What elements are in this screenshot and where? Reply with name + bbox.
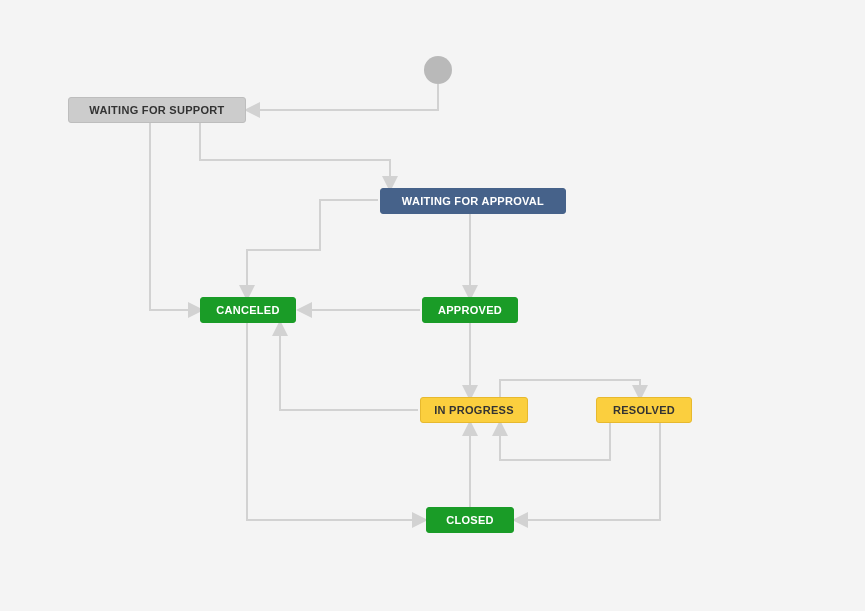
- state-label: IN PROGRESS: [434, 404, 514, 416]
- state-label: RESOLVED: [613, 404, 675, 416]
- state-label: CANCELED: [216, 304, 280, 316]
- state-waiting-for-support[interactable]: WAITING FOR SUPPORT: [68, 97, 246, 123]
- state-waiting-for-approval[interactable]: WAITING FOR APPROVAL: [380, 188, 566, 214]
- state-canceled[interactable]: CANCELED: [200, 297, 296, 323]
- workflow-canvas: WAITING FOR SUPPORT WAITING FOR APPROVAL…: [0, 0, 865, 611]
- state-label: APPROVED: [438, 304, 502, 316]
- state-label: CLOSED: [446, 514, 494, 526]
- start-node: [424, 56, 452, 84]
- state-closed[interactable]: CLOSED: [426, 507, 514, 533]
- state-in-progress[interactable]: IN PROGRESS: [420, 397, 528, 423]
- state-label: WAITING FOR APPROVAL: [402, 195, 544, 207]
- state-label: WAITING FOR SUPPORT: [89, 104, 224, 116]
- state-approved[interactable]: APPROVED: [422, 297, 518, 323]
- state-resolved[interactable]: RESOLVED: [596, 397, 692, 423]
